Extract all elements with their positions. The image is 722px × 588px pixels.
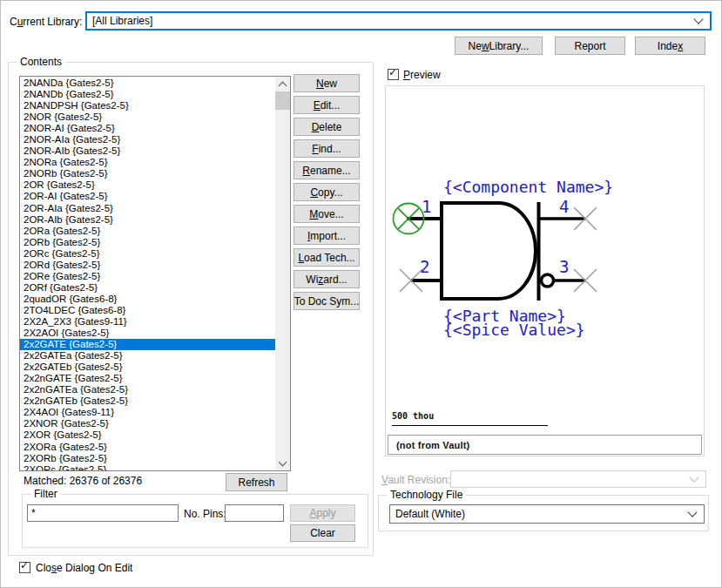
vault-revision-label: Vault Revision:	[381, 474, 450, 486]
list-item[interactable]: 2x2nGATE {Gates2-5}	[20, 373, 275, 384]
gate-body	[442, 203, 536, 299]
list-item[interactable]: 2x2GATEb {Gates2-5}	[20, 362, 275, 373]
apply-button[interactable]: Apply	[290, 504, 355, 522]
list-item[interactable]: 2x2nGATEa {Gates2-5}	[20, 384, 275, 395]
component-name-annotation: {<Component Name>}	[443, 178, 613, 196]
list-item[interactable]: 2x2GATEa {Gates2-5}	[20, 350, 275, 362]
chevron-down-icon	[693, 14, 703, 24]
action-button-delete[interactable]: Delete	[294, 118, 360, 136]
checkmark-icon: ✓	[20, 560, 29, 571]
list-item[interactable]: 2OR-AIb {Gates2-5}	[20, 214, 275, 226]
list-item[interactable]: 2NOR {Gates2-5}	[20, 112, 275, 123]
chevron-down-icon	[689, 472, 698, 482]
list-item[interactable]: 2x2GATE {Gates2-5}	[20, 339, 275, 350]
action-button-wizard[interactable]: Wizard...	[294, 270, 360, 288]
clear-button[interactable]: Clear	[290, 524, 355, 542]
list-item[interactable]: 2quadOR {Gates6-8}	[20, 294, 275, 305]
list-item[interactable]: 2ORe {Gates2-5}	[20, 271, 275, 282]
origin-center-dot	[407, 217, 410, 220]
list-item[interactable]: 2OR-AI {Gates2-5}	[20, 191, 275, 202]
list-item[interactable]: 2NANDPSH {Gates2-5}	[20, 100, 275, 112]
list-item[interactable]: 2XNOR {Gates2-5}	[20, 418, 275, 429]
action-button-to-doc-sym[interactable]: To Doc Sym...	[294, 292, 360, 310]
list-item[interactable]: 2ORa {Gates2-5}	[20, 226, 275, 237]
scroll-down-icon[interactable]	[275, 456, 290, 470]
scroll-up-icon[interactable]	[275, 77, 290, 91]
new-library-button[interactable]: New Library...	[455, 37, 543, 55]
list-item[interactable]: 2NOR-AIb {Gates2-5}	[20, 145, 275, 157]
scrollbar-thumb[interactable]	[275, 91, 290, 110]
list-item[interactable]: 2X2A_2X3 {Gates9-11}	[20, 316, 275, 328]
scale-text: 500 thou	[392, 411, 434, 421]
list-item[interactable]: 2ORd {Gates2-5}	[20, 260, 275, 271]
list-item[interactable]: 2XORc {Gates2-5}	[20, 464, 275, 470]
matched-count-text: Matched: 26376 of 26376	[24, 475, 142, 487]
action-button-edit[interactable]: Edit...	[294, 96, 360, 114]
current-library-value: [All Libraries]	[92, 15, 152, 27]
action-button-load-tech[interactable]: Load Tech...	[294, 248, 360, 267]
list-item[interactable]: 2x2nGATEb {Gates2-5}	[20, 395, 275, 407]
pin3-number: 3	[559, 257, 569, 276]
pin4-number: 4	[559, 197, 569, 216]
current-library-combobox[interactable]: [All Libraries]	[85, 11, 712, 30]
list-item[interactable]: 2NOR-AI {Gates2-5}	[20, 123, 275, 134]
list-item[interactable]: 2NOR-AIa {Gates2-5}	[20, 134, 275, 145]
list-item[interactable]: 2NANDb {Gates2-5}	[20, 89, 275, 100]
list-item[interactable]: 2ORb {Gates2-5}	[20, 237, 275, 248]
vault-revision-combobox	[450, 470, 706, 488]
report-button[interactable]: Report	[555, 37, 625, 55]
filter-group-label: Filter	[30, 488, 61, 500]
technology-file-value: Default (White)	[395, 508, 465, 520]
preview-panel: {<Component Name>} 1 2	[385, 85, 705, 456]
action-button-rename[interactable]: Rename...	[294, 161, 360, 179]
list-item[interactable]: 2XOR {Gates2-5}	[20, 429, 275, 441]
action-button-find[interactable]: Find...	[294, 139, 360, 158]
technology-file-combobox[interactable]: Default (White)	[389, 504, 705, 524]
list-item[interactable]: 2NORb {Gates2-5}	[20, 168, 275, 179]
action-button-move[interactable]: Move...	[294, 205, 360, 223]
list-item[interactable]: 2XORa {Gates2-5}	[20, 442, 275, 453]
action-button-column: NewEdit...DeleteFind...Rename...Copy...M…	[294, 74, 360, 314]
no-pins-input[interactable]	[225, 504, 284, 522]
technology-file-group-label: Technology File	[387, 489, 466, 501]
contents-group-label: Contents	[17, 56, 65, 68]
library-manager-dialog: Current Library: [All Libraries] New Lib…	[0, 0, 722, 588]
vault-status-box: (not from Vault)	[388, 435, 702, 455]
vault-status-text: (not from Vault)	[396, 440, 469, 450]
preview-checkbox[interactable]: ✓	[388, 69, 399, 80]
action-button-import[interactable]: Import...	[294, 226, 360, 245]
list-item[interactable]: 2ORf {Gates2-5}	[20, 282, 275, 294]
list-item[interactable]: 2TO4LDEC {Gates6-8}	[20, 305, 275, 316]
contents-list[interactable]: 2NANDa {Gates2-5}2NANDb {Gates2-5}2NANDP…	[19, 76, 291, 471]
list-item[interactable]: 2X4AOI {Gates9-11}	[20, 407, 275, 418]
list-item[interactable]: 2NORa {Gates2-5}	[20, 157, 275, 168]
list-item[interactable]: 2OR-AIa {Gates2-5}	[20, 203, 275, 214]
checkmark-icon: ✓	[388, 67, 397, 78]
preview-checkbox-label: Preview	[403, 69, 441, 81]
action-button-new[interactable]: New	[294, 74, 360, 92]
technology-file-group: Technology File Default (White)	[378, 495, 709, 531]
current-library-label: Current Library:	[10, 16, 82, 28]
list-item[interactable]: 2NANDa {Gates2-5}	[20, 78, 275, 89]
refresh-button[interactable]: Refresh	[226, 473, 287, 491]
no-pins-label: No. Pins:	[184, 508, 226, 520]
list-item[interactable]: 2OR {Gates2-5}	[20, 179, 275, 191]
list-item[interactable]: 2ORc {Gates2-5}	[20, 248, 275, 260]
list-item[interactable]: 2X2AOI {Gates2-5}	[20, 328, 275, 339]
list-item[interactable]: 2XORb {Gates2-5}	[20, 453, 275, 464]
chevron-down-icon	[687, 507, 697, 517]
pin2-number: 2	[420, 257, 429, 276]
index-button[interactable]: Index	[635, 37, 705, 55]
filter-pattern-input[interactable]	[27, 504, 179, 522]
close-dialog-checkbox[interactable]: ✓	[19, 562, 30, 573]
inversion-bubble	[542, 274, 554, 287]
spice-value-annotation: {<Spice Value>}	[443, 321, 585, 339]
action-button-copy[interactable]: Copy...	[294, 183, 360, 201]
contents-list-rows: 2NANDa {Gates2-5}2NANDb {Gates2-5}2NANDP…	[20, 78, 275, 470]
pin1-number: 1	[422, 197, 431, 216]
schematic-preview: {<Component Name>} 1 2	[386, 86, 704, 456]
contents-scrollbar[interactable]	[275, 77, 290, 470]
filter-group: Filter No. Pins: Apply Clear	[22, 494, 368, 548]
close-dialog-checkbox-label: Close Dialog On Edit	[36, 562, 132, 574]
